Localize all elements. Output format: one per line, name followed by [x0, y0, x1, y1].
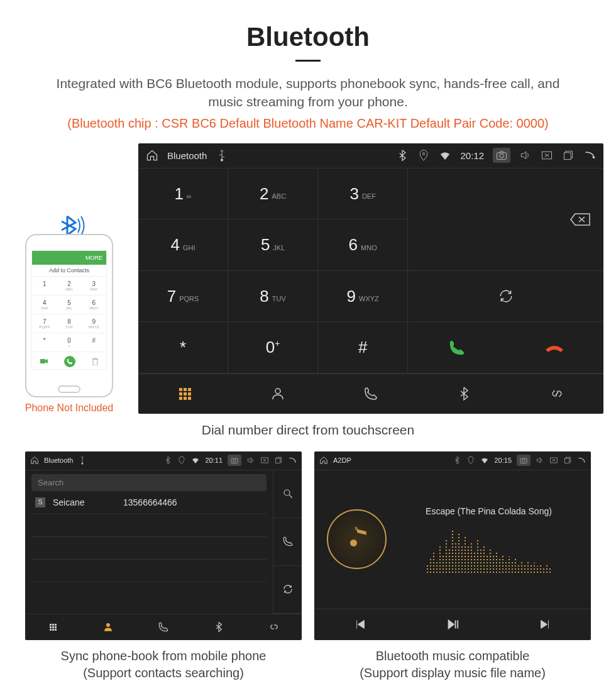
svg-point-11: [233, 460, 236, 463]
bluetooth-icon: [213, 621, 224, 633]
nav-recent[interactable]: [136, 614, 191, 640]
back-icon[interactable]: [577, 456, 586, 465]
close-screen-icon[interactable]: [541, 149, 553, 162]
svg-point-17: [522, 460, 525, 463]
svg-point-3: [423, 153, 425, 155]
play-pause-button[interactable]: [407, 609, 499, 640]
main-head-unit: Bluetooth 20:12 1∞2ABC3DEF4GHI5JKL6MNO7P…: [138, 143, 603, 414]
nav-keypad[interactable]: [138, 374, 231, 414]
phone-key-1: 1: [32, 277, 57, 296]
prev-button[interactable]: [314, 609, 407, 640]
empty-row: [31, 537, 267, 560]
clock: 20:11: [205, 456, 223, 464]
location-icon: [417, 149, 430, 162]
hangup-button[interactable]: [506, 341, 603, 355]
key-0[interactable]: 0+: [228, 322, 318, 373]
phone-add-contacts: Add to Contacts: [49, 267, 89, 274]
volume-icon[interactable]: [536, 456, 544, 465]
key-#[interactable]: #: [318, 322, 408, 373]
recent-apps-icon[interactable]: [562, 149, 575, 162]
key-9[interactable]: 9WXYZ: [318, 271, 408, 323]
nav-bluetooth[interactable]: [417, 374, 510, 414]
back-icon[interactable]: [288, 456, 297, 465]
back-icon[interactable]: [583, 149, 596, 162]
phone-call-button: [64, 356, 75, 367]
sync-button[interactable]: [273, 566, 302, 614]
app-title: A2DP: [333, 456, 351, 464]
bottom-nav: [25, 614, 302, 640]
volume-icon[interactable]: [519, 149, 532, 162]
key-4[interactable]: 4GHI: [138, 219, 228, 271]
spec-text: (Bluetooth chip : CSR BC6 Default Blueto…: [13, 116, 603, 131]
svg-point-8: [275, 389, 280, 394]
volume-icon[interactable]: [246, 456, 255, 465]
music-caption-1: Bluetooth music compatible: [314, 649, 591, 663]
key-5[interactable]: 5JKL: [228, 219, 318, 271]
phone-key-7: 7PQRS: [32, 314, 57, 333]
camera-icon[interactable]: [230, 456, 239, 465]
main-caption: Dial number direct from touchscreen: [13, 423, 603, 438]
nav-contacts[interactable]: [231, 374, 324, 414]
sync-cell[interactable]: [408, 271, 603, 323]
clock: 20:15: [494, 456, 512, 464]
home-icon[interactable]: [146, 149, 158, 162]
home-icon[interactable]: [30, 456, 39, 465]
recent-apps-icon[interactable]: [563, 456, 572, 465]
key-1[interactable]: 1∞: [138, 169, 228, 220]
key-3[interactable]: 3DEF: [318, 169, 408, 220]
camera-icon[interactable]: [519, 456, 528, 465]
bottom-nav: [138, 373, 603, 414]
music-device: A2DP 20:15 Esca: [314, 451, 591, 640]
svg-point-2: [221, 159, 223, 161]
play-pause-icon: [446, 617, 459, 631]
phone-key-8: 8TUV: [57, 314, 81, 333]
svg-point-9: [82, 463, 83, 464]
search-input[interactable]: Search: [31, 474, 267, 491]
skip-next-icon: [538, 617, 552, 631]
nav-bluetooth[interactable]: [191, 614, 246, 640]
call-button[interactable]: [408, 338, 505, 357]
person-icon: [270, 386, 285, 401]
call-button[interactable]: [273, 518, 302, 566]
nav-pair[interactable]: [510, 374, 603, 414]
recent-apps-icon[interactable]: [274, 456, 283, 465]
nav-pair[interactable]: [246, 614, 302, 640]
close-screen-icon[interactable]: [260, 456, 269, 465]
empty-row: [31, 560, 267, 582]
phone-more-label: MORE: [85, 255, 102, 261]
key-2[interactable]: 2ABC: [228, 169, 318, 220]
next-button[interactable]: [498, 609, 591, 640]
location-icon: [177, 456, 186, 465]
contact-row[interactable]: S Seicane 13566664466: [31, 491, 267, 514]
side-actions: [273, 470, 302, 614]
link-icon: [268, 621, 280, 633]
svg-point-15: [106, 623, 110, 627]
search-button[interactable]: [273, 470, 302, 518]
number-display: [408, 169, 603, 271]
camera-icon[interactable]: [495, 149, 508, 162]
home-icon[interactable]: [319, 456, 328, 465]
key-8[interactable]: 8TUV: [228, 271, 318, 323]
status-bar: A2DP 20:15: [314, 451, 591, 470]
phone-key-4: 4GHI: [32, 296, 57, 314]
key-7[interactable]: 7PQRS: [138, 271, 228, 323]
video-icon: [40, 358, 48, 364]
key-*[interactable]: *: [138, 322, 228, 373]
nav-keypad[interactable]: [25, 614, 80, 640]
key-6[interactable]: 6MNO: [318, 219, 408, 271]
svg-point-5: [500, 154, 504, 158]
svg-rect-0: [40, 359, 45, 363]
wifi-icon: [439, 149, 451, 162]
usb-icon: [78, 456, 87, 465]
status-bar: Bluetooth 20:12: [138, 143, 603, 169]
music-caption-2: (Support display music file name): [314, 666, 591, 680]
backspace-icon[interactable]: [569, 212, 591, 227]
phone-key-*: *: [32, 333, 57, 352]
empty-row: [31, 514, 267, 537]
clock: 20:12: [460, 150, 484, 161]
nav-contacts[interactable]: [80, 614, 136, 640]
close-screen-icon[interactable]: [549, 456, 558, 465]
nav-recent[interactable]: [324, 374, 417, 414]
music-note-icon: [343, 526, 371, 553]
delete-icon: [92, 358, 98, 365]
